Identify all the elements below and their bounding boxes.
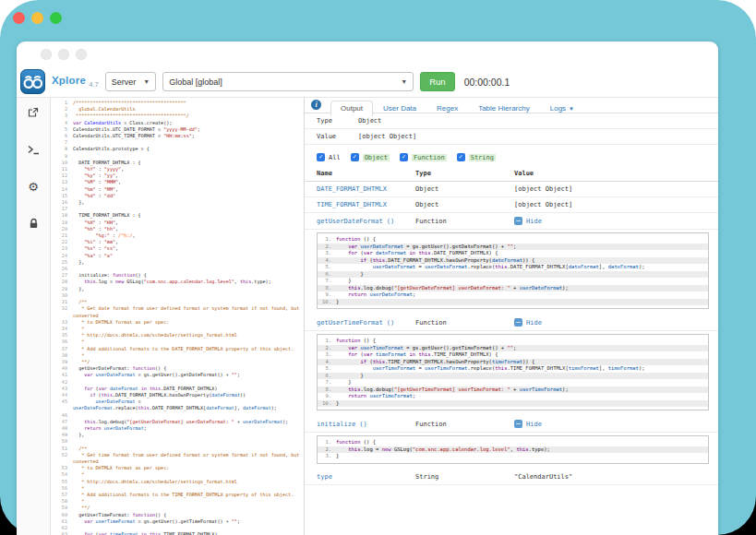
- collapse-icon: –: [514, 318, 522, 327]
- line-number: 37: [51, 346, 73, 352]
- maximize-window-icon[interactable]: [50, 12, 62, 24]
- hide-button[interactable]: –Hide: [514, 420, 714, 428]
- filter-string[interactable]: ✓String: [457, 153, 496, 161]
- result-value: [object Object]: [514, 201, 714, 208]
- source-line-number: 1.: [318, 236, 336, 244]
- source-line-number: 7.: [318, 379, 336, 386]
- filter-all[interactable]: ✓All: [317, 153, 341, 161]
- chrome-dot: [58, 49, 69, 60]
- checkbox-icon[interactable]: ✓: [351, 153, 359, 161]
- result-name-link[interactable]: initialize (): [317, 421, 415, 428]
- editor-line: 8CalendarUtils.prototype = {: [51, 146, 304, 152]
- line-code: * http://docs.dhtmlx.com/scheduler/setti…: [73, 332, 304, 339]
- line-code: /**: [73, 299, 304, 305]
- source-line-number: 7.: [318, 278, 336, 285]
- line-number: 8: [51, 146, 73, 152]
- editor-line: 54 *: [51, 471, 304, 478]
- editor-line: 33 * to DHTMLX format as per spec:: [51, 319, 304, 326]
- source-line-number: 8.: [318, 285, 336, 292]
- line-code: "%Y" : "yyyy",: [73, 166, 304, 172]
- line-code: [73, 266, 304, 272]
- line-code: *: [73, 471, 304, 478]
- line-code: TIME_FORMAT_DHTMLX : {: [73, 212, 304, 219]
- line-code: /**: [73, 446, 304, 452]
- editor-line: 36 *: [51, 339, 304, 345]
- line-code: [73, 379, 304, 386]
- source-line: 7. }: [318, 278, 708, 285]
- line-number: 9: [51, 153, 73, 160]
- line-number: 12: [51, 172, 73, 179]
- source-line: 7. }: [318, 379, 708, 386]
- line-number: 16: [51, 199, 73, 206]
- result-name-link[interactable]: DATE_FORMAT_DHTMLX: [317, 185, 415, 193]
- source-line: 2. var userDateFormat = gs.getUser().get…: [318, 244, 708, 251]
- line-code: global.CalendarUtils: [73, 106, 304, 113]
- execution-timer: 00:00:00.1: [464, 77, 510, 88]
- result-name-link[interactable]: getUserDateFormat (): [317, 218, 415, 225]
- result-value: [object Object]: [514, 185, 714, 193]
- line-code: for (var dateFormat in this.DATE_FORMAT_…: [73, 386, 304, 392]
- chrome-dot: [41, 49, 52, 60]
- line-number: 56: [51, 485, 73, 492]
- line-code: *: [73, 485, 304, 492]
- line-number: 13: [51, 179, 73, 185]
- line-code: /***************************************: [73, 100, 304, 106]
- browser-frame: Xplore 4.7 Server▼ Global [global]▼ Run …: [0, 0, 756, 535]
- main-content: ⚙ 1/************************************…: [17, 98, 718, 535]
- result-name-link[interactable]: TIME_FORMAT_DHTMLX: [317, 201, 415, 208]
- editor-line: 52 * Get time format from user defined f…: [51, 452, 304, 465]
- editor-line: 29 },: [51, 286, 304, 292]
- editor-line: 11 "%Y" : "yyyy",: [51, 166, 304, 172]
- line-code: * http://docs.dhtmlx.com/scheduler/setti…: [73, 479, 304, 485]
- source-line: 1.function () {: [318, 236, 708, 244]
- result-name-link[interactable]: type: [317, 473, 415, 481]
- line-number: 61: [51, 518, 73, 525]
- line-number: 5: [51, 126, 73, 133]
- line-number: 39: [51, 359, 73, 365]
- close-window-icon[interactable]: [13, 12, 25, 24]
- info-icon[interactable]: i: [311, 100, 321, 110]
- editor-line: 63 for (var timeFormat in this.TIME_FORM…: [51, 531, 304, 535]
- line-number: 17: [51, 206, 73, 212]
- checkbox-icon[interactable]: ✓: [400, 153, 408, 161]
- lock-icon[interactable]: [27, 217, 40, 230]
- hide-button[interactable]: –Hide: [514, 217, 714, 225]
- filter-function[interactable]: ✓Function: [400, 153, 447, 161]
- minimize-window-icon[interactable]: [31, 12, 43, 24]
- server-select[interactable]: Server▼: [105, 72, 156, 91]
- line-number: 26: [51, 266, 73, 272]
- result-type: Function: [415, 218, 514, 225]
- editor-line: 3 **************************************…: [51, 113, 304, 119]
- toolbar: Xplore 4.7 Server▼ Global [global]▼ Run …: [17, 66, 718, 98]
- line-number: 51: [51, 446, 73, 452]
- source-line-code: }: [336, 278, 708, 285]
- line-number: 3: [51, 113, 73, 119]
- checkbox-icon[interactable]: ✓: [457, 153, 465, 161]
- source-line-number: 9.: [318, 393, 336, 400]
- run-button[interactable]: Run: [420, 72, 454, 91]
- source-line: 1.function () {: [318, 439, 708, 446]
- console-icon[interactable]: [27, 143, 40, 156]
- line-number: 53: [51, 465, 73, 471]
- code-editor[interactable]: 1/**************************************…: [51, 98, 305, 535]
- checkbox-icon[interactable]: ✓: [317, 153, 325, 161]
- line-number: 38: [51, 352, 73, 359]
- line-number: 34: [51, 326, 73, 332]
- line-number: 28: [51, 279, 73, 285]
- line-code: var userTimeFormat = gs.getUser().getTim…: [73, 518, 304, 525]
- source-line-number: 3.: [318, 250, 336, 257]
- gear-icon[interactable]: ⚙: [27, 180, 40, 193]
- line-code: DATE_FORMAT_DHTMLX : {: [73, 160, 304, 166]
- line-number: 31: [51, 299, 73, 305]
- line-number: 2: [51, 106, 73, 113]
- source-line: 3.}: [318, 453, 708, 460]
- hide-button[interactable]: –Hide: [514, 318, 714, 327]
- output-panel: i OutputUser DataRegexTable HierarchyLog…: [305, 98, 718, 535]
- line-code: CalendarUtils.UTC_DATE_FORMAT = "yyyy-MM…: [73, 126, 304, 133]
- line-number: 4: [51, 120, 73, 126]
- filter-object[interactable]: ✓Object: [351, 153, 390, 161]
- result-name-link[interactable]: getUserTimeFormat (): [317, 319, 415, 327]
- scope-select[interactable]: Global [global]▼: [162, 72, 414, 91]
- line-number: 20: [51, 226, 73, 232]
- open-in-new-icon[interactable]: [27, 106, 40, 119]
